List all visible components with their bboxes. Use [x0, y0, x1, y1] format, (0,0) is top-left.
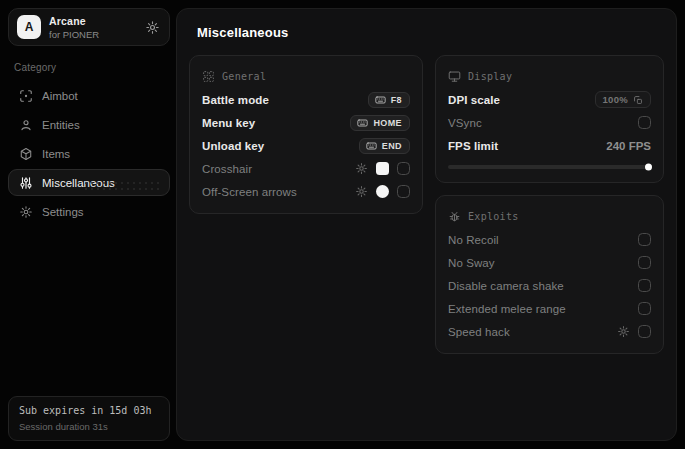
sidebar: A Arcane for PIONER Category: [8, 8, 170, 441]
setting-row-vsync: VSync: [448, 111, 651, 134]
color-swatch[interactable]: [376, 185, 389, 198]
page-title: Miscellaneous: [197, 25, 664, 40]
sidebar-item-label: Settings: [42, 206, 84, 218]
setting-label: DPI scale: [448, 94, 500, 106]
bug-icon: [448, 210, 461, 223]
main-panel: Miscellaneous General: [176, 8, 677, 441]
setting-row-unload-key: Unload key END: [202, 134, 410, 157]
keybind-value: END: [382, 141, 402, 151]
app-name: Arcane: [49, 15, 135, 27]
general-card: General Battle mode F8: [189, 55, 423, 214]
dpi-scale-badge[interactable]: 100%: [595, 91, 652, 108]
sidebar-item-settings[interactable]: Settings: [8, 198, 170, 225]
app-window: A Arcane for PIONER Category: [0, 0, 685, 449]
setting-row-dpi-scale: DPI scale 100%: [448, 88, 651, 111]
content-columns: General Battle mode F8: [189, 55, 664, 354]
config-gear-icon[interactable]: [355, 162, 368, 175]
sidebar-nav: Aimbot Entities Items: [8, 82, 170, 227]
display-card-header: Display: [448, 66, 651, 86]
setting-label: No Recoil: [448, 234, 499, 246]
general-card-header: General: [202, 66, 410, 86]
config-gear-icon[interactable]: [355, 185, 368, 198]
gear-icon: [19, 205, 33, 219]
slider-knob[interactable]: [645, 164, 652, 171]
sidebar-item-miscellaneous[interactable]: Miscellaneous: [8, 169, 170, 196]
row-controls: [617, 325, 651, 338]
disable-camera-shake-checkbox[interactable]: [638, 279, 651, 292]
left-column: General Battle mode F8: [189, 55, 423, 214]
setting-label: Menu key: [202, 117, 255, 129]
keyboard-icon: [357, 119, 368, 127]
app-subtitle: for PIONER: [49, 29, 135, 40]
gear-icon: [145, 20, 160, 35]
keyboard-icon: [366, 142, 377, 150]
setting-label: VSync: [448, 117, 482, 129]
no-sway-checkbox[interactable]: [638, 256, 651, 269]
sidebar-item-label: Miscellaneous: [42, 177, 115, 189]
setting-row-extended-melee-range: Extended melee range: [448, 297, 651, 320]
speed-hack-checkbox[interactable]: [638, 325, 651, 338]
keybind-badge-menu-key[interactable]: HOME: [350, 115, 410, 131]
person-icon: [19, 118, 33, 132]
sidebar-item-label: Items: [42, 148, 70, 160]
crosshair-checkbox[interactable]: [397, 162, 410, 175]
slider-track: [448, 165, 651, 169]
setting-row-crosshair: Crosshair: [202, 157, 410, 180]
sidebar-item-entities[interactable]: Entities: [8, 111, 170, 138]
scaling-icon: [633, 95, 643, 105]
keybind-badge-unload-key[interactable]: END: [359, 138, 410, 154]
setting-row-disable-camera-shake: Disable camera shake: [448, 274, 651, 297]
display-card-title: Display: [468, 71, 512, 82]
setting-label: Off-Screen arrows: [202, 186, 297, 198]
display-card: Display DPI scale 100%: [435, 55, 664, 183]
setting-row-no-sway: No Sway: [448, 251, 651, 274]
exploits-card-header: Exploits: [448, 206, 651, 226]
right-column: Display DPI scale 100%: [435, 55, 664, 354]
setting-label: FPS limit: [448, 140, 498, 152]
vsync-checkbox[interactable]: [638, 116, 651, 129]
sidebar-item-label: Aimbot: [42, 90, 78, 102]
general-card-title: General: [222, 71, 266, 82]
grid-icon: [202, 70, 215, 83]
setting-label: Unload key: [202, 140, 264, 152]
header-settings-button[interactable]: [143, 18, 161, 36]
app-logo: A: [17, 15, 41, 39]
keybind-value: F8: [391, 95, 402, 105]
package-icon: [19, 147, 33, 161]
setting-label: No Sway: [448, 257, 495, 269]
row-controls: [355, 185, 410, 198]
sidebar-item-aimbot[interactable]: Aimbot: [8, 82, 170, 109]
app-header-card: A Arcane for PIONER: [8, 8, 170, 46]
sidebar-item-label: Entities: [42, 119, 80, 131]
row-controls: [355, 162, 410, 175]
config-gear-icon[interactable]: [617, 325, 630, 338]
setting-label: Crosshair: [202, 163, 252, 175]
fps-limit-value: 240 FPS: [606, 140, 651, 152]
setting-row-battle-mode: Battle mode F8: [202, 88, 410, 111]
setting-label: Speed hack: [448, 326, 510, 338]
color-swatch[interactable]: [376, 162, 389, 175]
offscreen-arrows-checkbox[interactable]: [397, 185, 410, 198]
subscription-card: Sub expires in 15d 03h Session duration …: [8, 396, 170, 441]
setting-row-fps-limit: FPS limit 240 FPS: [448, 134, 651, 157]
monitor-icon: [448, 70, 461, 83]
setting-row-menu-key: Menu key HOME: [202, 111, 410, 134]
sidebar-item-items[interactable]: Items: [8, 140, 170, 167]
setting-label: Battle mode: [202, 94, 269, 106]
exploits-card: Exploits No Recoil No Sway Disable camer…: [435, 195, 664, 354]
sub-expiry-text: Sub expires in 15d 03h: [19, 405, 159, 416]
keybind-value: HOME: [373, 118, 402, 128]
category-label: Category: [14, 62, 164, 73]
fps-limit-slider[interactable]: [448, 162, 651, 172]
keybind-badge-battle-mode[interactable]: F8: [368, 92, 410, 108]
setting-label: Extended melee range: [448, 303, 566, 315]
setting-row-speed-hack: Speed hack: [448, 320, 651, 343]
dpi-value: 100%: [603, 94, 629, 105]
keyboard-icon: [375, 96, 386, 104]
exploits-card-title: Exploits: [468, 211, 519, 222]
app-titles: Arcane for PIONER: [49, 15, 135, 40]
session-duration-text: Session duration 31s: [19, 421, 159, 432]
extended-melee-range-checkbox[interactable]: [638, 302, 651, 315]
no-recoil-checkbox[interactable]: [638, 233, 651, 246]
sliders-icon: [19, 176, 33, 190]
